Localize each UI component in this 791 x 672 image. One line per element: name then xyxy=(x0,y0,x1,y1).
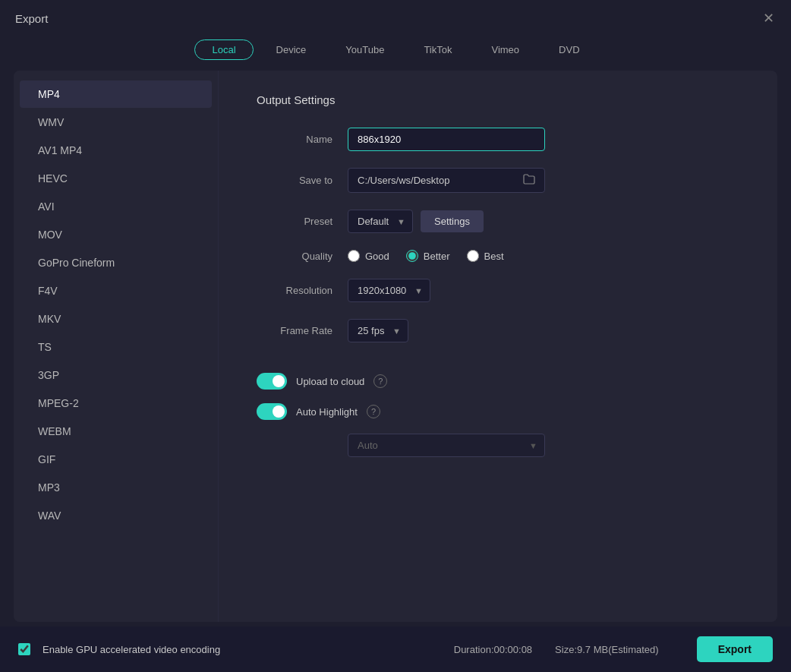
sidebar-item-f4v[interactable]: F4V xyxy=(20,277,212,304)
sidebar-item-avi[interactable]: AVI xyxy=(20,193,212,220)
preset-row: Preset Default ▼ Settings xyxy=(257,210,739,233)
upload-cloud-row: Upload to cloud ? xyxy=(257,373,739,390)
preset-controls: Default ▼ Settings xyxy=(348,210,484,233)
settings-button[interactable]: Settings xyxy=(421,210,484,232)
quality-better-radio[interactable] xyxy=(406,250,418,262)
tab-dvd[interactable]: DVD xyxy=(542,39,596,60)
quality-good-text: Good xyxy=(365,251,389,262)
sidebar-item-3gp[interactable]: 3GP xyxy=(20,361,212,389)
resolution-select-wrap: 1920x1080 ▼ xyxy=(348,279,430,302)
sidebar-item-mov[interactable]: MOV xyxy=(20,221,212,248)
save-to-field: C:/Users/ws/Desktop xyxy=(348,168,545,193)
quality-better-text: Better xyxy=(424,251,450,262)
sidebar-item-mp4[interactable]: MP4 xyxy=(20,80,212,108)
main-content: MP4 WMV AV1 MP4 HEVC AVI MOV GoPro Cinef… xyxy=(14,71,777,622)
sidebar-item-ts[interactable]: TS xyxy=(20,333,212,361)
sidebar-item-wav[interactable]: WAV xyxy=(20,502,212,529)
gpu-checkbox[interactable] xyxy=(18,643,30,655)
output-settings-title: Output Settings xyxy=(257,93,739,106)
upload-cloud-help-icon[interactable]: ? xyxy=(373,374,387,388)
name-row: Name xyxy=(257,128,739,151)
quality-good-radio[interactable] xyxy=(348,250,360,262)
bottom-bar: Enable GPU accelerated video encoding Du… xyxy=(0,626,791,672)
sidebar-item-mp3[interactable]: MP3 xyxy=(20,474,212,501)
quality-best-text: Best xyxy=(484,251,504,262)
framerate-label: Frame Rate xyxy=(257,325,332,336)
bottom-info: Duration:00:00:08 Size:9.7 MB(Estimated)… xyxy=(454,636,773,662)
resolution-select[interactable]: 1920x1080 xyxy=(348,279,430,302)
tab-local[interactable]: Local xyxy=(194,39,253,60)
duration-text: Duration:00:00:08 xyxy=(454,644,532,655)
tab-youtube[interactable]: YouTube xyxy=(329,39,401,60)
framerate-row: Frame Rate 25 fps ▼ xyxy=(257,319,739,342)
export-button[interactable]: Export xyxy=(697,636,773,662)
auto-highlight-toggle[interactable] xyxy=(257,403,287,420)
sidebar: MP4 WMV AV1 MP4 HEVC AVI MOV GoPro Cinef… xyxy=(14,71,219,622)
auto-select-wrap: Auto ▼ xyxy=(348,434,545,457)
quality-better-label[interactable]: Better xyxy=(406,250,450,262)
auto-select[interactable]: Auto xyxy=(348,434,545,457)
close-button[interactable]: ✕ xyxy=(761,11,776,26)
upload-cloud-label: Upload to cloud xyxy=(296,376,364,387)
framerate-select-wrap: 25 fps ▼ xyxy=(348,319,408,342)
preset-select[interactable]: Default xyxy=(348,210,413,233)
tab-tiktok[interactable]: TikTok xyxy=(407,39,468,60)
resolution-controls: 1920x1080 ▼ xyxy=(348,279,430,302)
quality-row: Quality Good Better Best xyxy=(257,250,739,262)
gpu-label[interactable]: Enable GPU accelerated video encoding xyxy=(43,644,220,655)
auto-highlight-row: Auto Highlight ? xyxy=(257,403,739,420)
content-area: Output Settings Name Save to C:/Users/ws… xyxy=(219,71,777,622)
auto-highlight-help-icon[interactable]: ? xyxy=(367,405,380,418)
tab-bar: Local Device YouTube TikTok Vimeo DVD xyxy=(0,33,791,71)
auto-highlight-slider xyxy=(257,403,287,420)
preset-label: Preset xyxy=(257,216,332,227)
upload-cloud-toggle[interactable] xyxy=(257,373,287,390)
resolution-row: Resolution 1920x1080 ▼ xyxy=(257,279,739,302)
framerate-controls: 25 fps ▼ xyxy=(348,319,408,342)
sidebar-item-webm[interactable]: WEBM xyxy=(20,418,212,445)
sidebar-item-hevc[interactable]: HEVC xyxy=(20,165,212,192)
tab-device[interactable]: Device xyxy=(260,39,323,60)
quality-options: Good Better Best xyxy=(348,250,504,262)
auto-highlight-label: Auto Highlight xyxy=(296,406,358,418)
name-label: Name xyxy=(257,134,332,145)
preset-select-wrap: Default ▼ xyxy=(348,210,413,233)
sidebar-item-mpeg2[interactable]: MPEG-2 xyxy=(20,390,212,417)
sidebar-item-gif[interactable]: GIF xyxy=(20,446,212,473)
folder-icon[interactable] xyxy=(523,174,535,187)
auto-select-container: Auto ▼ xyxy=(348,434,739,457)
sidebar-item-gopro[interactable]: GoPro Cineform xyxy=(20,249,212,276)
sidebar-item-wmv[interactable]: WMV xyxy=(20,109,212,136)
save-to-label: Save to xyxy=(257,175,332,186)
window-title: Export xyxy=(15,12,48,25)
tab-vimeo[interactable]: Vimeo xyxy=(474,39,536,60)
save-to-row: Save to C:/Users/ws/Desktop xyxy=(257,168,739,193)
sidebar-item-mkv[interactable]: MKV xyxy=(20,305,212,333)
export-window: Export ✕ Local Device YouTube TikTok Vim… xyxy=(0,0,791,672)
size-text: Size:9.7 MB(Estimated) xyxy=(555,644,659,655)
quality-label: Quality xyxy=(257,251,332,262)
framerate-select[interactable]: 25 fps xyxy=(348,319,408,342)
save-to-path: C:/Users/ws/Desktop xyxy=(358,175,517,186)
quality-good-label[interactable]: Good xyxy=(348,250,389,262)
sidebar-item-av1mp4[interactable]: AV1 MP4 xyxy=(20,137,212,164)
name-input[interactable] xyxy=(348,128,545,151)
title-bar: Export ✕ xyxy=(0,0,791,33)
quality-best-label[interactable]: Best xyxy=(467,250,504,262)
quality-best-radio[interactable] xyxy=(467,250,479,262)
upload-cloud-slider xyxy=(257,373,287,390)
resolution-label: Resolution xyxy=(257,285,332,296)
